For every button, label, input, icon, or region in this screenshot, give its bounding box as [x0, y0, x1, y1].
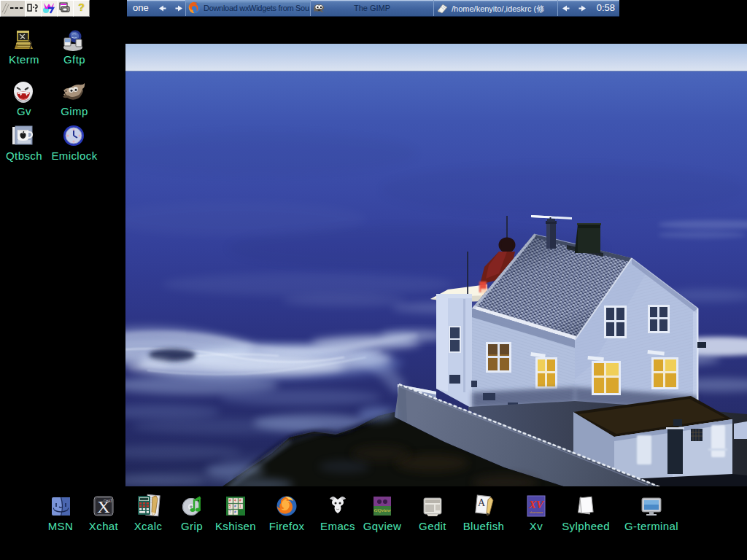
svg-text:#: # [234, 504, 236, 508]
svg-text:GQview: GQview [374, 508, 391, 513]
svg-text:#: # [229, 498, 231, 502]
svg-text:7: 7 [229, 510, 231, 514]
svg-text:XV: XV [528, 499, 545, 510]
svg-text:#: # [234, 510, 236, 514]
svg-text:4: 4 [234, 498, 236, 502]
svg-text:CHAT: CHAT [104, 499, 112, 503]
svg-text:5: 5 [229, 504, 231, 508]
svg-text:shareware: shareware [530, 510, 543, 514]
svg-text:1: 1 [239, 504, 241, 508]
svg-text:#: # [239, 498, 241, 502]
svg-text:A: A [478, 497, 486, 508]
